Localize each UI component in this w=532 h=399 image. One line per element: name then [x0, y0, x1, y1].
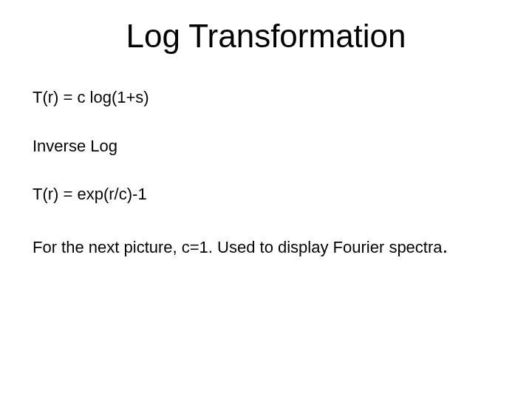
slide: Log Transformation T(r) = c log(1+s) Inv… — [0, 0, 532, 399]
slide-body: T(r) = c log(1+s) Inverse Log T(r) = exp… — [33, 87, 499, 287]
equation-inverse: T(r) = exp(r/c)-1 — [33, 184, 499, 205]
label-inverse-log: Inverse Log — [33, 136, 499, 157]
slide-title: Log Transformation — [0, 18, 532, 55]
note-fourier: For the next picture, c=1. Used to displ… — [33, 233, 499, 259]
equation-log: T(r) = c log(1+s) — [33, 87, 499, 108]
note-text: For the next picture, c=1. Used to displ… — [33, 238, 443, 256]
note-period: . — [443, 234, 449, 257]
